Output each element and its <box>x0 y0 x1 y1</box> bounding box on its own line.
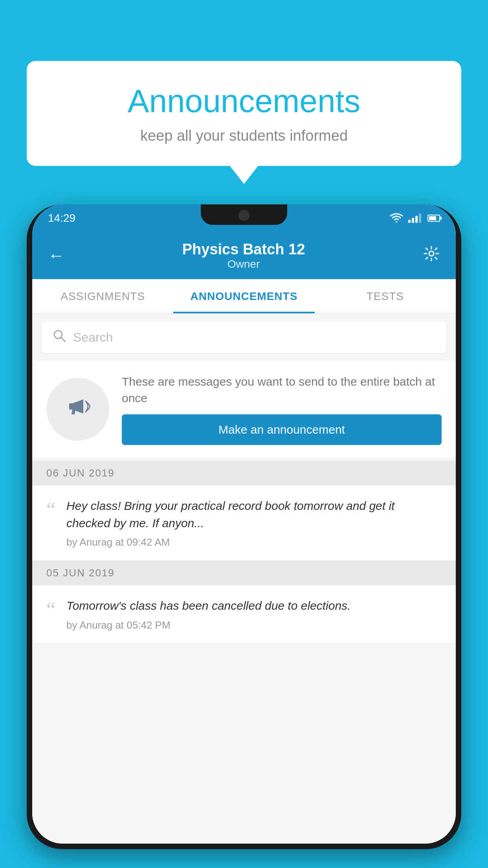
search-placeholder-text: Search <box>73 330 113 345</box>
promo-icon-circle <box>46 378 109 441</box>
header-subtitle: Owner <box>182 258 305 270</box>
gear-icon <box>423 245 440 262</box>
phone-screen: 14:29 <box>32 204 456 844</box>
battery-icon <box>427 215 440 222</box>
announcement-body-1: Hey class! Bring your practical record b… <box>66 497 442 548</box>
speech-bubble-subtitle: keep all your students informed <box>50 127 438 144</box>
wifi-icon <box>389 213 404 223</box>
search-magnifier-icon <box>53 329 66 342</box>
phone-wrapper: 14:29 <box>27 204 461 868</box>
phone-frame: 14:29 <box>27 204 461 849</box>
quote-icon-1: “ <box>46 497 55 520</box>
megaphone-svg <box>64 392 92 421</box>
back-button[interactable]: ← <box>48 246 64 265</box>
announcement-body-2: Tomorrow's class has been cancelled due … <box>66 597 442 631</box>
speech-bubble-container: Announcements keep all your students inf… <box>27 61 461 184</box>
announcement-meta-1: by Anurag at 09:42 AM <box>66 536 442 548</box>
tab-announcements[interactable]: ANNOUNCEMENTS <box>173 279 314 313</box>
svg-line-2 <box>61 338 65 342</box>
app-header: ← Physics Batch 12 Owner <box>32 232 456 279</box>
status-time: 14:29 <box>48 212 75 224</box>
announcement-item-1[interactable]: “ Hey class! Bring your practical record… <box>32 485 456 561</box>
search-icon <box>53 329 66 346</box>
header-title-block: Physics Batch 12 Owner <box>182 241 305 270</box>
tab-assignments[interactable]: ASSIGNMENTS <box>32 279 173 313</box>
tabs-bar: ASSIGNMENTS ANNOUNCEMENTS TESTS <box>32 279 456 314</box>
speech-bubble-arrow <box>230 166 258 184</box>
svg-rect-3 <box>69 403 73 410</box>
header-title: Physics Batch 12 <box>182 241 305 258</box>
search-bar[interactable]: Search <box>42 322 446 353</box>
svg-point-0 <box>429 251 434 256</box>
phone-notch <box>201 204 287 225</box>
quote-icon-2: “ <box>46 597 55 620</box>
phone-content: Search <box>32 314 456 844</box>
phone-camera <box>238 210 250 221</box>
announcement-item-2[interactable]: “ Tomorrow's class has been cancelled du… <box>32 585 456 644</box>
speech-bubble: Announcements keep all your students inf… <box>27 61 461 166</box>
signal-bars <box>408 213 421 223</box>
announcement-promo: These are messages you want to send to t… <box>32 361 456 458</box>
make-announcement-button[interactable]: Make an announcement <box>122 414 442 445</box>
date-separator-2: 05 JUN 2019 <box>32 561 456 585</box>
speech-bubble-title: Announcements <box>50 83 438 120</box>
settings-button[interactable] <box>423 245 440 266</box>
announcement-text-2: Tomorrow's class has been cancelled due … <box>66 597 442 614</box>
promo-right: These are messages you want to send to t… <box>122 373 442 445</box>
status-icons <box>389 213 440 223</box>
megaphone-icon <box>64 392 92 427</box>
date-separator-1: 06 JUN 2019 <box>32 461 456 485</box>
tab-tests[interactable]: TESTS <box>315 279 456 313</box>
promo-description: These are messages you want to send to t… <box>122 373 442 406</box>
announcement-text-1: Hey class! Bring your practical record b… <box>66 497 442 531</box>
announcement-meta-2: by Anurag at 05:42 PM <box>66 619 442 631</box>
